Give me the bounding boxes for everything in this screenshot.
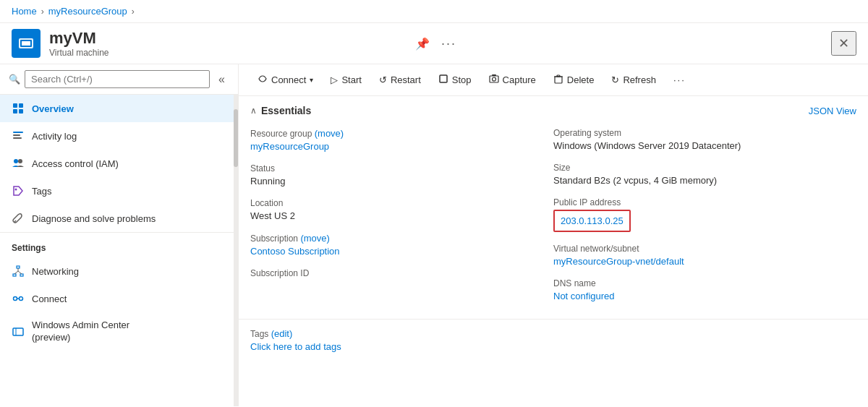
svg-rect-5 (13, 109, 17, 113)
capture-icon (489, 74, 499, 86)
svg-rect-2 (22, 41, 30, 46)
connect-icon (12, 292, 25, 305)
start-icon: ▷ (331, 74, 338, 85)
start-button[interactable]: ▷ Start (323, 71, 368, 89)
svg-rect-23 (13, 328, 23, 335)
resource-group-move-link[interactable]: (move) (315, 128, 344, 139)
search-box: 🔍 « (0, 64, 238, 95)
public-ip-value-link[interactable]: 203.0.113.0.25 (561, 215, 624, 226)
delete-icon (553, 74, 563, 86)
svg-rect-15 (13, 274, 16, 276)
sidebar-item-iam-label: Access control (IAM) (32, 158, 119, 169)
start-button-label: Start (341, 74, 361, 85)
header-more-icon[interactable]: ··· (438, 33, 459, 54)
sidebar-item-diagnose-label: Diagnose and solve problems (32, 213, 156, 224)
location-field: Location West US 2 (250, 192, 553, 227)
capture-button[interactable]: Capture (482, 70, 543, 90)
svg-rect-6 (19, 109, 23, 113)
resource-group-field: Resource group (move) myResourceGroup (250, 122, 553, 158)
vnet-value-link[interactable]: myResourceGroup-vnet/default (553, 256, 684, 267)
toolbar-more-icon: ··· (673, 74, 686, 85)
public-ip-highlight-box: 203.0.113.0.25 (553, 210, 631, 232)
stop-button-label: Stop (452, 74, 472, 85)
vm-subtitle: Virtual machine (49, 48, 404, 58)
activity-log-icon (12, 129, 25, 142)
sidebar-item-overview[interactable]: Overview (0, 95, 238, 122)
admin-icon (12, 325, 25, 338)
breadcrumb-sep1: › (41, 7, 44, 17)
svg-point-11 (18, 159, 22, 163)
sidebar-item-networking[interactable]: Networking (0, 257, 238, 285)
wrench-icon (12, 212, 25, 225)
sidebar-scrollbar[interactable] (234, 95, 238, 406)
svg-point-20 (14, 297, 17, 301)
delete-button[interactable]: Delete (546, 70, 602, 90)
sidebar-item-tags[interactable]: Tags (0, 177, 238, 205)
svg-rect-29 (555, 77, 562, 83)
sidebar-item-activity-log[interactable]: Activity log (0, 122, 238, 150)
size-field: Size Standard B2s (2 vcpus, 4 GiB memory… (553, 157, 856, 192)
tags-edit-link[interactable]: (edit) (271, 328, 293, 339)
connect-button[interactable]: Connect ▾ (250, 70, 320, 90)
sidebar-item-iam[interactable]: Access control (IAM) (0, 150, 238, 177)
status-value: Running (250, 176, 542, 187)
svg-rect-14 (17, 266, 20, 268)
resource-group-value-link[interactable]: myResourceGroup (250, 141, 329, 152)
tags-add-link[interactable]: Click here to add tags (250, 341, 341, 352)
sidebar-item-activity-log-label: Activity log (32, 131, 77, 142)
tags-section: Tags (edit) Click here to add tags (239, 319, 868, 364)
public-ip-label: Public IP address (553, 197, 845, 207)
dns-label: DNS name (553, 278, 845, 288)
tags-icon (12, 184, 25, 197)
close-button[interactable]: ✕ (831, 31, 856, 56)
essentials-header: ∧ Essentials JSON View (239, 96, 868, 122)
location-label: Location (250, 198, 542, 208)
sidebar-item-diagnose[interactable]: Diagnose and solve problems (0, 205, 238, 232)
status-field: Status Running (250, 158, 553, 192)
toolbar-more-button[interactable]: ··· (666, 71, 693, 89)
subscription-move-link[interactable]: (move) (300, 233, 329, 244)
restart-button[interactable]: ↺ Restart (372, 71, 428, 89)
subscription-field: Subscription (move) Contoso Subscription (250, 227, 553, 262)
status-label: Status (250, 163, 542, 173)
sidebar-item-windows-admin[interactable]: Windows Admin Center(preview) (0, 312, 238, 351)
breadcrumb-home[interactable]: Home (12, 6, 37, 17)
sidebar-nav: Overview Activity log (0, 95, 238, 406)
header-title-group: myVM Virtual machine (49, 29, 404, 58)
os-field: Operating system Windows (Windows Server… (553, 122, 856, 157)
stop-button[interactable]: Stop (431, 70, 479, 90)
content-area: Connect ▾ ▷ Start ↺ Restart Stop (239, 64, 868, 406)
sidebar-item-tags-label: Tags (32, 186, 51, 197)
collapse-button[interactable]: « (214, 72, 229, 87)
json-view-link[interactable]: JSON View (809, 106, 856, 116)
search-input[interactable] (25, 70, 210, 88)
breadcrumb-sep2: › (132, 7, 135, 17)
connect-button-label: Connect (271, 74, 306, 85)
breadcrumb-resource-group[interactable]: myResourceGroup (48, 6, 127, 17)
subscription-label: Subscription (move) (250, 233, 542, 244)
essentials-chevron-icon[interactable]: ∧ (250, 106, 257, 116)
overview-icon (12, 102, 25, 115)
connect-chevron-icon: ▾ (310, 76, 313, 84)
svg-point-12 (15, 189, 17, 191)
public-ip-field: Public IP address 203.0.113.0.25 (553, 192, 856, 238)
settings-section-label: Settings (0, 232, 238, 257)
dns-value-link[interactable]: Not configured (553, 291, 615, 301)
sidebar-item-connect[interactable]: Connect (0, 285, 238, 312)
refresh-button[interactable]: ↻ Refresh (604, 71, 663, 89)
networking-icon (12, 265, 25, 278)
svg-rect-9 (13, 137, 22, 139)
svg-rect-8 (13, 134, 20, 136)
svg-line-19 (18, 271, 22, 274)
pin-icon[interactable]: 📌 (412, 34, 433, 53)
svg-rect-26 (490, 76, 498, 82)
page-header: myVM Virtual machine 📌 ··· ✕ (0, 23, 868, 64)
sidebar-item-connect-label: Connect (32, 294, 67, 304)
size-label: Size (553, 163, 845, 173)
svg-line-13 (14, 220, 16, 222)
sidebar-item-networking-label: Networking (32, 266, 79, 277)
restart-icon: ↺ (379, 74, 387, 85)
sidebar-item-windows-admin-label: Windows Admin Center(preview) (32, 320, 129, 344)
subscription-value-link[interactable]: Contoso Subscription (250, 246, 340, 257)
svg-point-10 (14, 159, 18, 163)
